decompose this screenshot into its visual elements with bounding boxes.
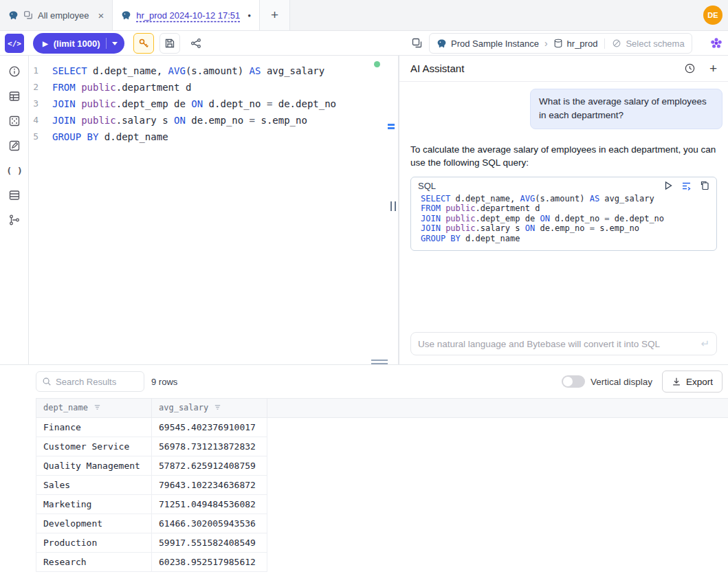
table-cell-filler — [267, 553, 728, 572]
table-cell-filler — [267, 437, 728, 456]
export-button[interactable]: Export — [662, 371, 723, 393]
ai-sql-lines: SELECT d.dept_name, AVG(s.amount) AS avg… — [411, 191, 716, 251]
table-cell[interactable]: Quality Management — [36, 456, 152, 476]
column-header-avg_salary[interactable]: avg_salary — [152, 399, 267, 418]
ai-assistant-title: AI Assistant — [410, 63, 670, 74]
save-button[interactable] — [159, 33, 180, 54]
sort-icon[interactable] — [93, 404, 101, 413]
worksheet-button[interactable] — [0, 133, 29, 158]
new-chat-plus-icon[interactable]: + — [709, 62, 717, 75]
results-panel: 9 rows Vertical display Export dept_name… — [0, 364, 728, 574]
table-cell[interactable]: Customer Service — [36, 437, 152, 456]
tab-all-employee[interactable]: All employee × — [0, 0, 113, 30]
table-cell[interactable]: 57872.625912408759 — [152, 456, 267, 476]
instance-selector[interactable]: Prod Sample Instance — [437, 38, 539, 49]
enter-icon[interactable]: ↵ — [701, 338, 709, 350]
ai-sql-line: FROM public.department d — [421, 203, 709, 214]
search-results-input[interactable] — [56, 377, 138, 387]
export-label: Export — [686, 377, 713, 387]
history-clock-icon[interactable] — [684, 63, 696, 74]
ai-prompt-input[interactable] — [418, 339, 695, 349]
copy-sql-icon[interactable] — [700, 181, 709, 190]
format-button[interactable] — [407, 33, 428, 54]
line-number: 1 — [29, 63, 52, 79]
run-sql-icon[interactable] — [663, 181, 673, 190]
table-cell[interactable]: Sales — [36, 476, 152, 495]
sample-data-button[interactable] — [0, 109, 29, 133]
connection-breadcrumb: Prod Sample Instance › hr_prod Select sc… — [429, 33, 692, 54]
database-name: hr_prod — [567, 38, 598, 49]
toolbar: </> ▶ (limit 1000) Prod Sample Instance … — [0, 31, 728, 56]
horizontal-resize-handle[interactable] — [371, 360, 388, 364]
merge-icon — [8, 214, 21, 226]
tab-hr-prod[interactable]: hr_prod 2024-10-12 17:51 ● — [113, 0, 260, 30]
assistant-sql-card: SQL SELECT d.dept_name, AVG(s.amount) AS… — [410, 177, 717, 252]
column-header-dept_name[interactable]: dept_name — [36, 399, 152, 418]
table-row[interactable]: Sales79643.102234636872 — [36, 476, 728, 495]
table-cell[interactable]: 69545.402376910017 — [152, 418, 267, 437]
line-number: 3 — [29, 96, 52, 112]
table-cell[interactable]: Production — [36, 533, 152, 553]
table-cell-filler — [267, 533, 728, 553]
run-query-button[interactable]: ▶ (limit 1000) — [33, 33, 124, 54]
table-cell[interactable]: 59917.551582408549 — [152, 533, 267, 553]
table-cell[interactable]: Research — [36, 553, 152, 572]
table-cell-filler — [267, 476, 728, 495]
results-tbody: Finance69545.402376910017Customer Servic… — [36, 418, 728, 572]
results-table: dept_nameavg_salary Finance69545.4023769… — [36, 398, 728, 572]
vertical-resize-handle[interactable] — [390, 201, 396, 211]
table-cell[interactable]: 71251.049484536082 — [152, 495, 267, 514]
table-panel-button[interactable] — [0, 84, 29, 109]
table-cell[interactable]: 61466.302005943536 — [152, 514, 267, 533]
flow-button[interactable] — [0, 208, 29, 232]
vertical-display-toggle[interactable] — [562, 375, 585, 388]
table-cell[interactable]: 60238.952517985612 — [152, 553, 267, 572]
row-count: 9 rows — [151, 377, 177, 387]
table-cell-filler — [267, 514, 728, 533]
sql-editor-toggle-button[interactable]: </> — [5, 34, 24, 53]
table-row[interactable]: Finance69545.402376910017 — [36, 418, 728, 437]
table-row[interactable]: Quality Management57872.625912408759 — [36, 456, 728, 476]
new-tab-button[interactable]: + — [260, 0, 290, 30]
table-row[interactable]: Marketing71251.049484536082 — [36, 495, 728, 514]
editor-line: 3JOIN public.dept_emp de ON d.dept_no = … — [29, 96, 398, 112]
table-row[interactable]: Customer Service56978.731213872832 — [36, 437, 728, 456]
left-icon-rail: ( ) — [0, 56, 29, 364]
table-cell[interactable]: 56978.731213872832 — [152, 437, 267, 456]
table-icon — [8, 90, 21, 102]
table-row[interactable]: Development61466.302005943536 — [36, 514, 728, 533]
editor-status-dot — [374, 61, 380, 67]
table-cell[interactable]: Finance — [36, 418, 152, 437]
info-panel-button[interactable] — [0, 59, 29, 84]
schema-selector[interactable]: Select schema — [604, 38, 684, 49]
ai-assistant-toggle-button[interactable] — [708, 35, 725, 52]
table-row[interactable]: Production59917.551582408549 — [36, 533, 728, 553]
database-selector[interactable]: hr_prod — [553, 38, 598, 49]
unsaved-indicator: ● — [247, 12, 251, 19]
insert-sql-icon[interactable] — [681, 181, 692, 191]
table-cell[interactable]: Development — [36, 514, 152, 533]
column-header-filler — [267, 399, 728, 418]
search-icon — [42, 377, 52, 386]
ai-sql-line: GROUP BY d.dept_name — [421, 234, 709, 244]
share-button[interactable] — [186, 33, 206, 54]
functions-button[interactable]: ( ) — [0, 158, 29, 183]
editor-line: 5GROUP BY d.dept_name — [29, 129, 398, 145]
avatar[interactable]: DE — [703, 5, 723, 25]
editor-lines: 1SELECT d.dept_name, AVG(s.amount) AS av… — [29, 56, 398, 145]
editor-line: 2FROM public.department d — [29, 79, 398, 96]
results-header-row: dept_nameavg_salary — [36, 399, 728, 418]
batch-query-icon — [23, 10, 33, 20]
assistant-message-text: To calculate the average salary of emplo… — [410, 143, 717, 170]
sql-editor[interactable]: 1SELECT d.dept_name, AVG(s.amount) AS av… — [29, 56, 399, 364]
save-icon — [164, 38, 175, 49]
sort-icon[interactable] — [214, 404, 221, 413]
admin-mode-button[interactable] — [133, 33, 154, 54]
table-cell[interactable]: Marketing — [36, 495, 152, 514]
chevron-down-icon[interactable] — [112, 42, 118, 45]
table-cell[interactable]: 79643.102234636872 — [152, 476, 267, 495]
sql-card-header: SQL — [411, 177, 716, 191]
grid-panel-button[interactable] — [0, 183, 29, 208]
close-icon[interactable]: × — [98, 10, 104, 21]
table-row[interactable]: Research60238.952517985612 — [36, 553, 728, 572]
